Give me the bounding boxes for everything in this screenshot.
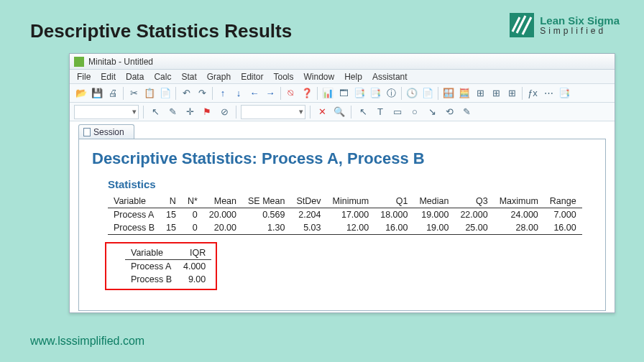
col-q3: Q3 [454,195,493,208]
toolbar-icon[interactable]: 📑 [352,86,367,101]
zoom-icon[interactable]: 🔍 [332,105,346,119]
rect-tool-icon[interactable]: ▭ [390,105,405,119]
menu-file[interactable]: File [73,70,95,83]
toolbar-icon[interactable]: 📑 [368,86,382,101]
cell: 15 [160,221,182,235]
toolbar-icon[interactable]: 📊 [321,86,335,101]
crosshair-icon[interactable]: ✛ [183,105,197,119]
menubar: File Edit Data Calc Stat Graph Editor To… [70,70,615,84]
toolbar-icon[interactable]: 💾 [90,86,104,101]
toolbar-icon[interactable]: 🧮 [457,86,472,101]
circle-tool-icon[interactable]: ○ [408,105,422,119]
menu-graph[interactable]: Graph [203,70,235,83]
menu-assistant[interactable]: Assistant [368,70,412,83]
col-mean: Mean [203,195,242,208]
toolbar-icon[interactable]: ƒx [525,86,540,101]
col-variable: Variable [125,246,178,260]
toolbar-icon[interactable]: ↑ [216,86,230,101]
separator [175,87,176,100]
separator [310,106,310,119]
session-tab[interactable]: Session [78,124,134,139]
app-icon [74,57,84,67]
menu-edit[interactable]: Edit [96,70,120,83]
menu-help[interactable]: Help [340,70,367,83]
separator [438,87,438,100]
brand-block: Lean Six Sigma Simplified [510,13,620,37]
separator [123,87,124,100]
polyline-tool-icon[interactable]: ⟲ [442,105,456,119]
separator [212,87,213,100]
menu-data[interactable]: Data [121,70,148,83]
menu-calc[interactable]: Calc [150,70,175,83]
toolbar-icon[interactable]: 🕓 [405,86,419,101]
menu-editor[interactable]: Editor [236,70,267,83]
titlebar: Minitab - Untitled [70,54,615,70]
table-row: Process A 4.000 [125,260,211,274]
toolbar-icon[interactable]: 📄 [420,86,435,101]
toolbar-icon[interactable]: 📂 [74,86,88,101]
cell: 12.00 [326,221,374,235]
toolbar-icon[interactable]: → [263,86,277,101]
brush-tool-icon[interactable]: ✎ [165,105,180,119]
table-row: Process B 9.00 [125,273,211,286]
flag-icon[interactable]: ⚑ [200,105,214,119]
toolbar-icon[interactable]: 📑 [557,86,571,101]
separator [401,87,402,100]
pointer-icon[interactable]: ↖ [356,105,370,119]
cell: 7.000 [544,208,582,222]
separator [236,106,236,119]
cell: 2.204 [290,208,326,222]
toolbar-icon[interactable]: ← [247,86,262,101]
toolbar-icon[interactable]: ✂ [126,86,141,101]
cell: 22.000 [454,208,493,222]
toolbar-icon[interactable]: ⊞ [489,86,503,101]
toolbar-icon[interactable]: ⊞ [505,86,519,101]
menu-window[interactable]: Window [300,70,339,83]
marker-tool-icon[interactable]: ✎ [459,105,474,119]
col-q1: Q1 [374,195,413,208]
cell: Process B [125,273,178,286]
cell: 15 [160,208,182,222]
toolbar-icon[interactable]: ↷ [195,86,209,101]
cell: 1.30 [242,221,290,235]
slide-title: Descriptive Statistics Results [30,20,292,42]
col-median: Median [413,195,454,208]
table-row: Process B 15 0 20.00 1.30 5.03 12.00 16.… [108,221,582,235]
col-variable: Variable [108,195,160,208]
toolbar-icon[interactable]: 📄 [158,86,172,101]
toolbar-icon[interactable]: ⓘ [384,86,398,101]
toolbar-icon[interactable]: ❓ [300,86,314,101]
toolbar-icon[interactable]: ⦰ [284,86,298,101]
cell: 24.000 [494,208,544,222]
col-min: Minimum [326,195,374,208]
combo-box-2[interactable] [241,105,305,119]
cancel-icon[interactable]: ⊘ [217,105,231,119]
cell: 0 [182,208,203,222]
session-tab-label: Session [93,127,124,137]
toolbar-icon[interactable]: ⊞ [473,86,487,101]
select-tool-icon[interactable]: ↖ [148,105,162,119]
cell: Process B [108,221,160,235]
col-stdev: StDev [290,195,326,208]
cell: Process A [108,208,160,222]
toolbar-icon[interactable]: ↶ [179,86,193,101]
line-tool-icon[interactable]: ↘ [425,105,439,119]
col-n: N [160,195,182,208]
toolbar-icon[interactable]: 🖨 [106,86,120,101]
menu-tools[interactable]: Tools [269,70,298,83]
table-row: Process A 15 0 20.000 0.569 2.204 17.000… [108,208,582,222]
cell: 18.000 [374,208,413,222]
toolbar-icon[interactable]: ↓ [231,86,246,101]
toolbar-icon[interactable]: 🪟 [441,86,456,101]
toolbar-icon[interactable]: 📋 [142,86,157,101]
menu-stat[interactable]: Stat [177,70,201,83]
toolbar-icon[interactable]: 🗔 [336,86,351,101]
combo-box-1[interactable] [74,105,139,119]
stats-table: Variable N N* Mean SE Mean StDev Minimum… [108,195,582,235]
toolbar-icon[interactable]: ⋯ [541,86,556,101]
delete-icon[interactable]: ✕ [315,105,329,119]
cell: 19.000 [413,208,454,222]
text-tool-icon[interactable]: T [373,105,387,119]
cell: 4.000 [178,260,211,274]
col-semean: SE Mean [242,195,290,208]
